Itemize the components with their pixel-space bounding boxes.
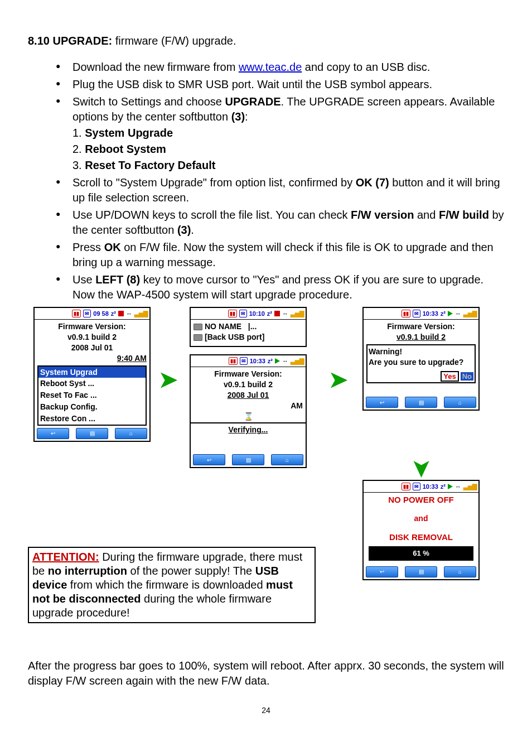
warning-label: Warning! [369, 346, 473, 357]
battery-icon: ▮▮ [402, 483, 410, 490]
bullet-2: Plug the USB disk to SMR USB port. Wait … [56, 77, 504, 92]
label: NO NAME [205, 322, 241, 331]
battery-icon: ▮▮ [229, 357, 238, 365]
button-row: YesNo [369, 371, 473, 382]
status-time: 10:33 [423, 483, 438, 491]
text-bold: (3) [231, 110, 245, 123]
screen-body: NO NAME |... [Back USB port] [191, 320, 306, 344]
screen-body: Firmware Version: v0.9.1 build 2 2008 Ju… [191, 367, 306, 453]
warning-box: Warning! Are you sure to upgrade? YesNo [366, 344, 476, 384]
list-item[interactable]: System Upgrad [38, 367, 146, 378]
fw-title: Firmware Version: [194, 369, 303, 379]
battery-icon: ▮▮ [228, 310, 237, 317]
text: and [414, 209, 438, 221]
fw-title: Firmware Version: [366, 321, 476, 332]
soft-list-button[interactable]: ▤ [405, 566, 437, 577]
signal-icon: ▃▅▇ [463, 483, 477, 491]
env-icon: ✉ [83, 310, 91, 317]
status-z: z² [111, 310, 116, 318]
arrows-icon: ↔ [282, 357, 288, 365]
figure-area: ▮▮ ✉ 09 58 z² ↔ ▃▅▇ Firmware Version: v0… [28, 307, 504, 642]
opt: Reboot System [85, 143, 166, 155]
text: Switch to Settings and choose [72, 95, 225, 108]
section-heading: 8.10 UPGRADE: firmware (F/W) upgrade. [28, 33, 504, 49]
screen-body: NO POWER OFF and DISK REMOVAL 61 % [364, 493, 478, 565]
soft-home-button[interactable]: ⌂ [271, 454, 303, 465]
list-item[interactable]: Restore Con ... [38, 413, 146, 425]
back-icon: ↩ [207, 456, 211, 464]
home-icon: ⌂ [129, 430, 133, 437]
list-item[interactable]: Reset To Fac ... [38, 389, 146, 401]
flow-arrow-down-icon: ➤ [411, 459, 433, 478]
warning-question: Are you sure to upgrade? [369, 357, 473, 368]
bullet-1: Download the new firmware from www.teac.… [56, 60, 504, 75]
list-item[interactable]: Reboot Syst ... [38, 378, 146, 389]
folder-icon [194, 324, 202, 330]
teac-link[interactable]: www.teac.de [239, 61, 302, 73]
after-paragraph: After the progress bar goes to 100%, sys… [28, 658, 504, 688]
list-item[interactable]: Backup Config. [38, 401, 146, 413]
signal-icon: ▃▅▇ [463, 310, 477, 318]
soft-back-button[interactable]: ↩ [193, 454, 225, 465]
softkey-bar: ↩ ▤ ⌂ [364, 396, 478, 410]
num: 2. [72, 143, 85, 155]
status-time: 10:33 [423, 310, 438, 318]
bullet-5: Use UP/DOWN keys to scroll the file list… [56, 208, 504, 238]
signal-icon: ▃▅▇ [134, 310, 148, 318]
text-bold: (3) [177, 224, 191, 236]
opt: Reset To Factory Default [85, 159, 215, 171]
section-number: 8.10 [28, 35, 50, 47]
soft-list-button[interactable]: ▤ [405, 397, 437, 408]
text-bold: F/W build [439, 209, 489, 221]
text-bold: UPGRADE [225, 95, 281, 108]
section-title-rest: firmware (F/W) upgrade. [112, 35, 236, 47]
screen-warning: ▮▮ ✉ 10:33 z² ↔ ▃▅▇ Firmware Version: v0… [362, 307, 480, 411]
text-bold: no interruption [48, 565, 127, 577]
play-icon [275, 358, 280, 364]
home-icon: ⌂ [458, 399, 462, 407]
status-z: z² [268, 357, 273, 365]
soft-back-button[interactable]: ↩ [37, 428, 69, 439]
flow-arrow-right-icon: ➤ [159, 368, 178, 391]
soft-home-button[interactable]: ⌂ [444, 566, 476, 577]
status-time: 10:33 [250, 357, 265, 365]
text: . [191, 224, 194, 236]
progress-value: 61 % [413, 549, 429, 557]
screen-file-list: ▮▮ ✉ 10:10 z² ↔ ▃▅▇ NO NAME |... [Back U… [190, 307, 307, 347]
list-item[interactable]: NO NAME |... [194, 321, 303, 332]
text-bold: LEFT (8) [95, 273, 140, 286]
status-z: z² [441, 310, 446, 318]
back-icon: ↩ [51, 430, 55, 437]
bullet-4: Scroll to "System Upgrade" from option l… [56, 175, 504, 205]
env-icon: ✉ [413, 483, 420, 490]
softkey-bar: ↩ ▤ ⌂ [35, 427, 149, 441]
soft-back-button[interactable]: ↩ [366, 397, 398, 408]
list-icon: ▤ [246, 456, 251, 464]
soft-list-button[interactable]: ▤ [232, 454, 264, 465]
signal-icon: ▃▅▇ [291, 357, 304, 365]
status-bar: ▮▮ ✉ 10:33 z² ↔ ▃▅▇ [191, 355, 306, 367]
label: [Back USB port] [205, 333, 264, 341]
arrows-icon: ↔ [126, 310, 132, 318]
screen-upgrade-menu: ▮▮ ✉ 09 58 z² ↔ ▃▅▇ Firmware Version: v0… [33, 307, 151, 442]
text: and copy to an USB disc. [302, 61, 430, 73]
soft-home-button[interactable]: ⌂ [115, 428, 147, 439]
list-item[interactable]: [Back USB port] [194, 332, 303, 343]
no-button[interactable]: No [461, 372, 473, 381]
no-power-text: NO POWER OFF [366, 494, 476, 505]
fw-date: 2008 Jul 01 [194, 390, 303, 401]
status-time: 10:10 [249, 310, 265, 318]
text-bold: F/W version [351, 209, 414, 221]
list-icon: ▤ [419, 568, 424, 576]
play-icon [448, 311, 453, 316]
num: 1. [72, 127, 85, 139]
status-time: 09 58 [93, 310, 109, 318]
clock: AM [194, 401, 303, 411]
yes-button[interactable]: Yes [441, 371, 458, 382]
env-icon: ✉ [413, 310, 420, 317]
text: Scroll to "System Upgrade" from option l… [72, 176, 356, 189]
soft-list-button[interactable]: ▤ [76, 428, 108, 439]
soft-back-button[interactable]: ↩ [366, 566, 398, 577]
text: : [245, 110, 248, 123]
soft-home-button[interactable]: ⌂ [444, 397, 476, 408]
